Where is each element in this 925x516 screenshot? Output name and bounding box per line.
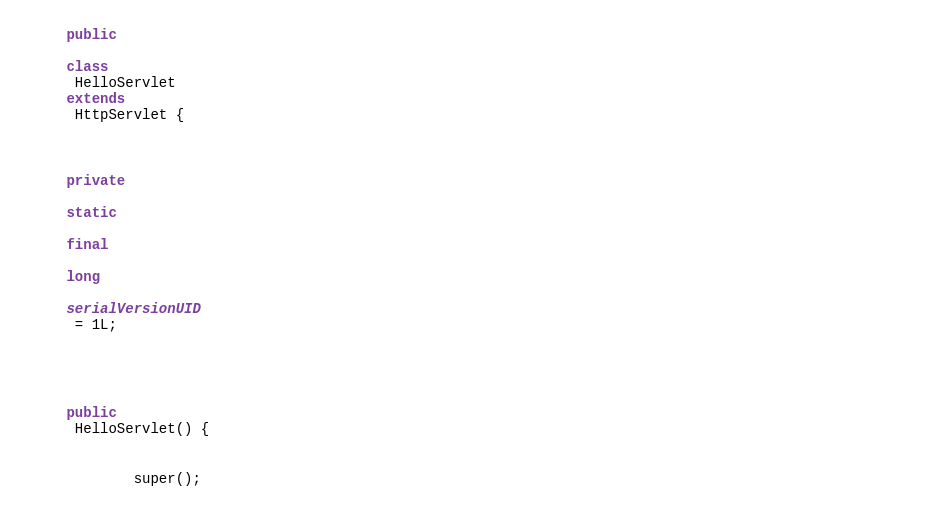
keyword-long: long bbox=[66, 269, 100, 285]
code-line-4: public HelloServlet() { bbox=[0, 372, 925, 454]
code-line-1: public class HelloServlet extends HttpSe… bbox=[0, 10, 925, 140]
field-serialVersionUID: serialVersionUID bbox=[66, 301, 200, 317]
keyword-extends: extends bbox=[66, 91, 125, 107]
code-editor: public class HelloServlet extends HttpSe… bbox=[0, 0, 925, 516]
code-line-5: super(); bbox=[0, 454, 925, 504]
keyword-private: private bbox=[66, 173, 125, 189]
code-line-6: } bbox=[0, 504, 925, 516]
keyword-static: static bbox=[66, 205, 116, 221]
keyword-final: final bbox=[66, 237, 108, 253]
keyword-public: public bbox=[66, 27, 116, 43]
code-line-3 bbox=[0, 350, 925, 372]
keyword-public2: public bbox=[66, 405, 116, 421]
code-line-2: private static final long serialVersionU… bbox=[0, 140, 925, 350]
keyword-class: class bbox=[66, 59, 108, 75]
